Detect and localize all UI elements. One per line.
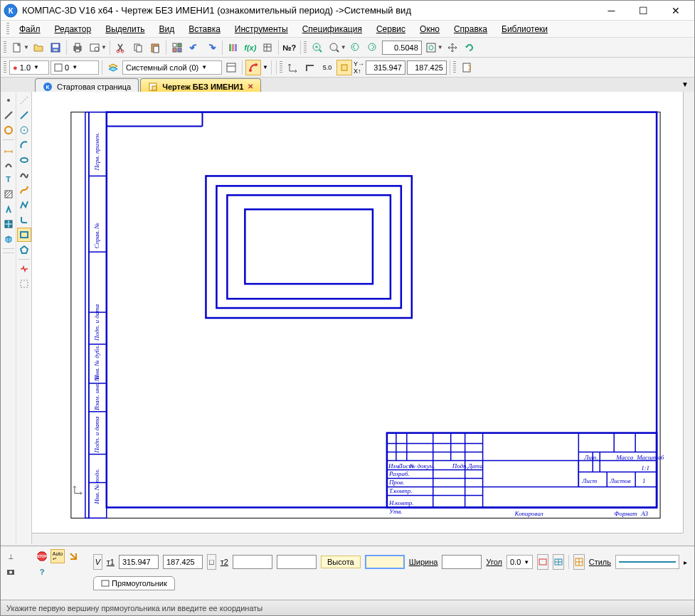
axes-off-button[interactable] — [537, 554, 548, 570]
width-input[interactable] — [442, 555, 482, 569]
axes-on-button[interactable] — [553, 554, 564, 570]
point-tool[interactable] — [1, 93, 16, 107]
segment-tool[interactable] — [1, 108, 16, 122]
t2-x-input[interactable] — [233, 555, 272, 569]
svg-line-52 — [5, 191, 8, 193]
text-tool[interactable]: Т — [1, 172, 16, 186]
line-tool[interactable] — [17, 108, 31, 122]
zoom-in-button[interactable] — [327, 40, 342, 55]
close-button[interactable]: ✕ — [659, 1, 691, 21]
hatch-tool[interactable] — [1, 187, 16, 201]
sketch-tool[interactable] — [17, 277, 31, 291]
variables-button[interactable]: f(x) — [243, 40, 258, 55]
local-cs-button[interactable] — [336, 60, 352, 75]
t1-x-input[interactable] — [119, 555, 159, 569]
zoom-value-input[interactable] — [382, 41, 422, 55]
polyline-tool[interactable] — [17, 198, 31, 212]
t1-y-input[interactable] — [163, 555, 203, 569]
properties-button[interactable] — [169, 40, 185, 55]
new-doc-button[interactable] — [9, 40, 25, 55]
menu-libraries[interactable]: Библиотеки — [496, 23, 553, 36]
3d-icon-tool[interactable] — [1, 232, 16, 246]
menu-help[interactable]: Справка — [448, 23, 493, 36]
unpin-button[interactable]: ⟂ — [4, 549, 18, 563]
angle-input[interactable]: 0.0▼ — [506, 555, 533, 569]
edit-doc-button[interactable] — [459, 60, 474, 75]
zoom-next-button[interactable] — [365, 40, 381, 55]
camera-button[interactable] — [4, 565, 18, 579]
bezier-tool[interactable] — [17, 183, 31, 197]
dimension-tool[interactable] — [1, 142, 16, 156]
apply-button[interactable] — [66, 549, 80, 563]
menu-file[interactable]: Файл — [14, 23, 46, 36]
zoom-window-button[interactable] — [309, 40, 325, 55]
pan-button[interactable] — [445, 40, 460, 55]
t2-lock-button[interactable]: □ — [207, 554, 216, 570]
save-button[interactable] — [48, 40, 63, 55]
layer-combo[interactable]: Системный слой (0)▼ — [122, 60, 222, 75]
menu-spec[interactable]: Спецификация — [297, 23, 368, 36]
horizontal-scrollbar[interactable] — [32, 533, 683, 544]
style-combo[interactable] — [615, 555, 679, 569]
t2-y-input[interactable] — [277, 555, 317, 569]
coord-x-input[interactable] — [366, 60, 405, 75]
print-button[interactable] — [70, 40, 85, 55]
redraw-button[interactable] — [462, 40, 477, 55]
help-button[interactable]: №? — [282, 40, 297, 55]
menu-select[interactable]: Выделить — [100, 23, 150, 36]
table-tool[interactable] — [1, 217, 16, 231]
arc-tool[interactable] — [1, 157, 16, 171]
zoom-prev-button[interactable] — [348, 40, 364, 55]
state-combo[interactable]: 0▼ — [51, 60, 99, 75]
menu-view[interactable]: Вид — [154, 23, 181, 36]
aux-line-tool[interactable] — [17, 93, 31, 107]
round-button[interactable]: 5.0 — [319, 60, 335, 75]
menu-window[interactable]: Окно — [414, 23, 445, 36]
scale-combo[interactable]: ● 1.0▼ — [9, 60, 49, 75]
svg-text:Масштаб: Масштаб — [636, 454, 664, 461]
snap-button[interactable] — [245, 60, 261, 75]
spline-curve-tool[interactable] — [17, 168, 31, 182]
menu-edit[interactable]: Редактор — [49, 23, 97, 36]
rectangle-tool[interactable] — [17, 228, 31, 242]
arc2-tool[interactable] — [17, 138, 31, 152]
redo-button[interactable] — [203, 40, 219, 55]
grid-button[interactable] — [573, 554, 585, 570]
open-button[interactable] — [31, 40, 46, 55]
ellipse-tool[interactable] — [17, 153, 31, 167]
minimize-button[interactable]: ─ — [595, 1, 627, 21]
drawing-canvas[interactable]: Изм. Лист № докум. Подп. Дата Разраб. Пр… — [32, 92, 683, 533]
menu-tools[interactable]: Инструменты — [229, 23, 294, 36]
library-manager-button[interactable] — [226, 40, 241, 55]
menu-insert[interactable]: Вставка — [183, 23, 226, 36]
zoom-fit-button[interactable] — [423, 40, 439, 55]
fillet-tool[interactable] — [17, 213, 31, 227]
ortho-button[interactable] — [302, 60, 318, 75]
tabs-dropdown[interactable]: ▼ — [681, 80, 689, 88]
break-tool[interactable] — [17, 262, 31, 276]
layers-button[interactable] — [105, 60, 121, 75]
stop-button[interactable]: STOP — [35, 549, 49, 563]
coord-y-input[interactable] — [407, 60, 447, 75]
menu-service[interactable]: Сервис — [371, 23, 411, 36]
circle-center-tool[interactable] — [17, 123, 31, 137]
attributes-button[interactable] — [260, 40, 275, 55]
close-tab-button[interactable]: ✕ — [248, 83, 253, 90]
copy-button[interactable] — [130, 40, 146, 55]
panel-tab-rectangle[interactable]: Прямоугольник — [93, 576, 175, 590]
print-preview-button[interactable] — [87, 40, 102, 55]
auto-button[interactable]: Auto↵ — [51, 549, 65, 563]
polygon-tool[interactable] — [17, 243, 31, 257]
cut-button[interactable] — [113, 40, 129, 55]
roughness-tool[interactable] — [1, 202, 16, 216]
t1-lock-button[interactable]: V — [93, 554, 102, 570]
vertical-scrollbar[interactable] — [683, 92, 694, 533]
coords-button[interactable] — [285, 60, 301, 75]
layer-dialog-button[interactable] — [223, 60, 239, 75]
paste-button[interactable] — [147, 40, 163, 55]
help2-button[interactable]: ? — [35, 565, 49, 579]
maximize-button[interactable]: ☐ — [627, 1, 659, 21]
circle-tool[interactable] — [1, 123, 16, 137]
height-input[interactable] — [365, 555, 405, 569]
undo-button[interactable] — [186, 40, 202, 55]
